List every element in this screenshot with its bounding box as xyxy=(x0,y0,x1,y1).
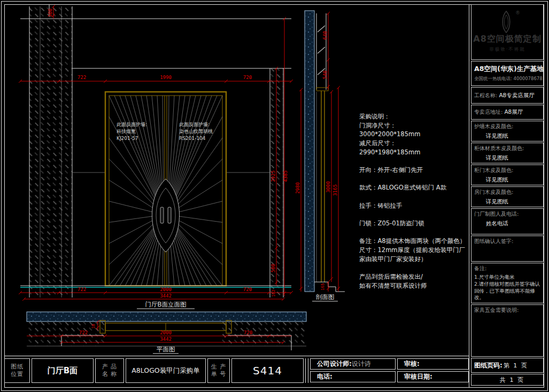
reviewer-cell: 审核: xyxy=(397,358,469,370)
project-name-label: 工程名称: xyxy=(474,92,497,99)
elev-dim-right-bottom: 102 xyxy=(271,289,276,297)
draftsman-box: 门厂制图人及电话: 姓名电话 xyxy=(471,208,544,234)
elev-dim-left-top: 300 xyxy=(48,9,53,17)
product-name-value: A8LOGO装甲门采购单 xyxy=(132,366,199,375)
sheet-position-label-line1: 图纸 xyxy=(11,363,24,371)
elev-dim-top-right: 720 xyxy=(243,75,252,80)
designer-value: 设计诗 xyxy=(352,359,371,369)
purchase-notes: 采购说明： 门洞净尺寸： 3000*2000*185mm 减尺后尺寸： 2990… xyxy=(359,112,469,294)
section-concrete-wall xyxy=(305,11,314,292)
designer-cell: 公司设计师: 设计诗 xyxy=(310,358,396,370)
title-block-sidebar: ® A8空间极简定制 非极致·不将就 A8空间(华东)生产基地 全国统一热线电话… xyxy=(471,4,544,386)
cabinet-material-value: 详见图纸 xyxy=(486,154,540,162)
total-pages-box: 共 1 页 xyxy=(471,374,544,386)
store-address-value: A8展厅 xyxy=(504,108,523,116)
hardware-notes-box: 家具五金需要说明: xyxy=(471,304,544,357)
plan-dim-depth: 18 xyxy=(91,324,96,329)
room-door-veneer-value: 详见图纸 xyxy=(486,198,540,206)
designer-label: 公司设计师: xyxy=(317,359,352,369)
cabinet-door-veneer-box: 柜门木皮及颜色: 详见图纸 xyxy=(471,164,544,185)
plan-view: 722 2000 720 3442 18 平面图 xyxy=(27,312,306,354)
product-name-value-cell: A8LOGO装甲门采购单 xyxy=(126,358,206,383)
production-base-box: A8空间(华东)生产基地 全国统一热线电话: 4000078678 xyxy=(471,61,544,86)
remarks-box: 备注: 1.尺寸单位为毫米 2.请仔细核对图纸并签字确认回传，已下单图纸将不能修… xyxy=(471,263,544,303)
product-name-label-line2: 名 称 xyxy=(102,371,118,378)
double-door xyxy=(105,92,226,286)
section-dimensions: 640 540 2980 3000 3165 165 xyxy=(295,12,340,292)
title-bar-left-table: 图纸 位置 门厅B面 产 品 名 称 A8LOGO装甲门采购单 生 产 单 号 … xyxy=(4,358,304,386)
wall-veneer-label: 护墙木皮及颜色: xyxy=(474,123,540,130)
draftsman-value: 姓名电话 xyxy=(486,220,540,228)
cabinet-material-label: 柜体材质木皮及颜色: xyxy=(474,145,540,152)
left-door-label-3: KJ201-57 xyxy=(117,136,138,141)
section-title: 剖面图 xyxy=(316,293,335,301)
cabinet-door-veneer-label: 柜门木皮及颜色: xyxy=(474,167,540,174)
elev-dim-bottom-right: 720 xyxy=(243,287,252,292)
room-door-veneer-box: 房门木皮及颜色: 详见图纸 xyxy=(471,186,544,207)
right-door-label-3: RS201-104 xyxy=(179,136,206,141)
elev-dim-right-inner: 2925 xyxy=(270,170,276,182)
sheet-position-value-cell: 门厅B面 xyxy=(32,358,94,383)
elevation-title: 门厅B面立面图 xyxy=(145,301,187,308)
wall-veneer-box: 护墙木皮及颜色: 详见图纸 xyxy=(471,121,544,142)
remarks-label: 备注: xyxy=(474,265,540,272)
order-number-label-cell: 生 产 单 号 xyxy=(207,358,230,383)
section-view: 640 540 2980 3000 3165 165 剖面图 xyxy=(295,11,345,301)
cabinet-door-veneer-value: 详见图纸 xyxy=(486,176,540,184)
elev-dim-bottom-left: 722 xyxy=(78,287,86,292)
review-date-label: 审核日期: xyxy=(404,372,432,381)
plan-dim-total: 3442 xyxy=(160,336,172,342)
phone-cell: 电话: xyxy=(310,371,396,382)
draftsman-label: 门厂制图人及电话: xyxy=(474,210,540,218)
registered-mark: ® xyxy=(515,10,520,15)
reviewer-label: 审核: xyxy=(404,359,420,369)
elev-dim-top-mid: 1990 xyxy=(160,75,172,80)
page-number-box: 图纸页码: 第 1 页 xyxy=(471,358,544,373)
order-number-label-line1: 生 产 xyxy=(211,363,227,371)
right-door-label-2: 染色山纹黑胡桃 xyxy=(179,129,213,134)
sheet-position-label-line2: 位置 xyxy=(11,371,24,378)
elev-dim-top-left: 722 xyxy=(78,75,86,80)
order-number-label-line2: 单 号 xyxy=(211,371,227,378)
elev-dim-right-outer: 4385 xyxy=(283,170,288,182)
project-name-box: 工程名称: A8专卖店展厅 xyxy=(471,87,544,104)
cabinet-material-box: 柜体材质木皮及颜色: 详见图纸 xyxy=(471,143,544,163)
page-number-value: 第 1 页 xyxy=(504,362,528,370)
sheet-position-label-cell: 图纸 位置 xyxy=(4,358,30,383)
section-dim-top: 640 xyxy=(322,31,328,40)
elevation-view: 此面反面护墙: 科技烟熏 KJ201-57 此面反面护墙: 染色山纹黑胡桃 RS… xyxy=(19,5,293,309)
cad-drawing-sheet: 此面反面护墙: 科技烟熏 KJ201-57 此面反面护墙: 染色山纹黑胡桃 RS… xyxy=(0,0,549,392)
order-number-value: S414 xyxy=(253,364,282,377)
product-name-label-line1: 产 品 xyxy=(102,363,118,371)
left-door-label-1: 此面反面护墙: xyxy=(117,122,147,127)
elevation-right-wall xyxy=(270,68,283,297)
product-name-label-cell: 产 品 名 称 xyxy=(95,358,124,383)
phone-label: 电话: xyxy=(317,372,333,381)
section-dim-upper: 540 xyxy=(322,70,328,79)
elevation-left-wall xyxy=(29,6,72,297)
plan-dim-left: 722 xyxy=(79,330,88,335)
section-dim-overall: 3165 xyxy=(333,184,338,196)
plan-title: 平面图 xyxy=(157,346,175,353)
confirm-signature-label: 图纸确认人签字: xyxy=(474,238,540,245)
door-handle-left xyxy=(160,207,164,223)
store-address-label: 专卖店地址: xyxy=(474,108,502,116)
elev-dim-total: 3442 xyxy=(160,293,172,299)
total-pages-value: 共 1 页 xyxy=(500,376,524,384)
brand-name: A8空间极简定制 xyxy=(473,34,542,45)
production-base-title: A8空间(华东)生产基地 xyxy=(474,65,544,74)
elev-dim-right-lower: 580 xyxy=(270,264,276,272)
brand-tagline: 非极致·不将就 xyxy=(489,46,525,53)
remarks-text: 1.尺寸单位为毫米 2.请仔细核对图纸并签字确认回传，已下单图纸将不能修改。 xyxy=(474,274,540,301)
plan-dim-right: 720 xyxy=(244,330,252,335)
left-door-label-2: 科技烟熏 xyxy=(117,129,136,134)
order-number-value-cell: S414 xyxy=(231,358,304,383)
a8-lens-logo-icon: ® xyxy=(495,10,520,34)
section-door-slab xyxy=(316,91,324,282)
title-bar-right-table: 公司设计师: 设计诗 审核: 电话: 审核日期: xyxy=(310,358,469,386)
brand-logo-box: ® A8空间极简定制 非极致·不将就 xyxy=(471,4,544,60)
sheet-position-value: 门厅B面 xyxy=(48,366,78,376)
wall-veneer-value: 详见图纸 xyxy=(486,132,540,140)
page-number-label: 图纸页码: xyxy=(474,361,502,370)
section-dim-floor: 165 xyxy=(320,283,325,291)
